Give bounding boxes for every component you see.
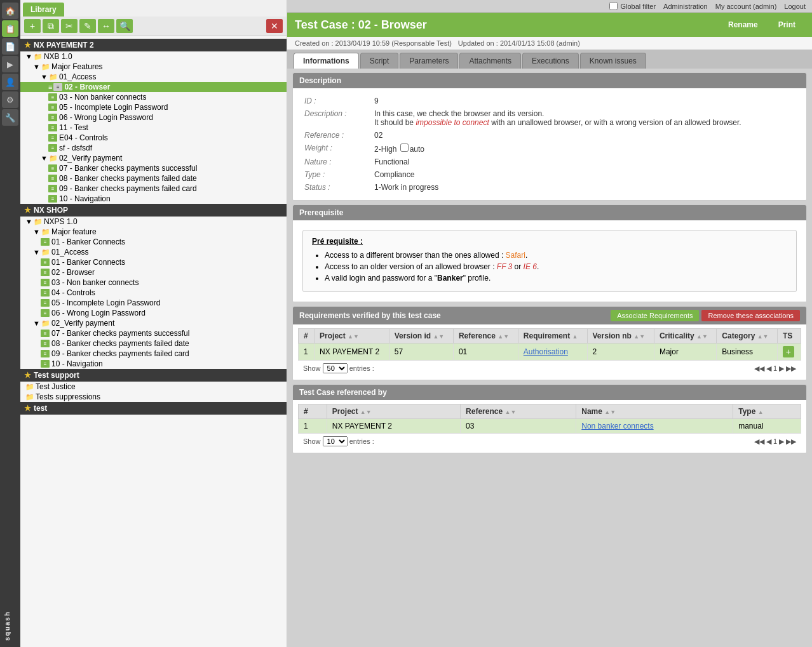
tree-item-08[interactable]: ≡ 08 - Banker checks payments failed dat… [20,173,287,183]
tree-item-major-features[interactable]: ▼ 📁 Major Features [20,62,287,72]
tree-item-07[interactable]: ≡ 07 - Banker checks payments successful [20,163,287,173]
auto-checkbox[interactable] [400,143,409,152]
section-label: NX PAYEMENT 2 [34,41,94,50]
section-header-nx-shop[interactable]: ★ NX SHOP [20,204,287,217]
tree-item-04-controls[interactable]: ≡ 04 - Controls [20,288,287,298]
tree-item-test-justice[interactable]: 📁 Test Justice [20,382,287,392]
administration-link[interactable]: Administration [663,3,708,10]
remove-associations-button[interactable]: Remove these associations [701,310,800,321]
tree-item-05-incomplete-s[interactable]: ≡ 05 - Incomplete Login Password [20,298,287,308]
sidebar-icon-campaigns[interactable]: ▶ [2,56,18,72]
tree-item-09-s[interactable]: ≡ 09 - Banker checks payments failed car… [20,349,287,359]
pager-next[interactable]: ▶ [779,364,784,373]
library-tab[interactable]: Library [23,3,64,17]
tree-item-06-wrong-s[interactable]: ≡ 06 - Wrong Login Password [20,308,287,318]
type-label: Type : [299,168,369,181]
print-button[interactable]: Print [769,18,804,32]
safari-link[interactable]: Safari [506,251,525,260]
sidebar-icon-testcases[interactable]: 📋 [2,20,18,37]
folder-icon: 📁 [41,63,50,71]
tab-script[interactable]: Script [360,53,399,69]
tab-informations[interactable]: Informations [294,53,359,69]
rename-button[interactable]: Rename [719,18,767,32]
non-banker-connects-link[interactable]: Non banker connects [581,422,653,430]
ref-pager-prev[interactable]: ◀ [766,437,771,446]
logout-link[interactable]: Logout [784,3,806,10]
sidebar-icon-user[interactable]: 👤 [2,74,18,90]
requirements-table: # Project ▲▼ Version id ▲▼ Reference ▲▼ … [298,328,801,361]
item-label: Test Justice [36,382,76,391]
tc-icon: ≡ [41,238,50,246]
copy-button[interactable]: ⧉ [43,19,59,33]
tree-item-nxb[interactable]: ▼ 📁 NXB 1.0 [20,51,287,62]
ref-entries-select[interactable]: 10 25 50 [323,436,348,446]
req-entries-select[interactable]: 50 25 10 [323,363,348,373]
edit-button[interactable]: ✎ [79,19,96,33]
ref-pager-next[interactable]: ▶ [779,437,784,446]
tab-attachments[interactable]: Attachments [459,53,521,69]
sidebar-icon-home[interactable]: 🏠 [2,3,18,19]
tree-item-e04[interactable]: ≡ E04 - Controls [20,133,287,143]
item-label: 09 - Banker checks payments failed card [59,184,197,193]
pager-prev[interactable]: ◀ [766,364,771,373]
ff3-link[interactable]: FF 3 [497,262,512,271]
tree-item-02-browser-s[interactable]: ≡ 02 - Browser [20,267,287,277]
tree-item-09[interactable]: ≡ 09 - Banker checks payments failed car… [20,183,287,194]
authorisation-link[interactable]: Authorisation [524,347,568,356]
prerequisite-title: Prerequisite [299,208,343,217]
tree-item-01-banker-c2[interactable]: ≡ 01 - Banker Connects [20,257,287,267]
tree-item-10[interactable]: ≡ 10 - Navigation [20,194,287,204]
global-filter-checkbox[interactable] [609,2,618,10]
description-value: In this case, we check the browser and i… [369,107,800,129]
tree-item-03-non-banker-s[interactable]: ≡ 03 - Non banker connects [20,277,287,288]
sidebar-icon-requirements[interactable]: 📄 [2,38,18,55]
description-table: ID : 9 Description : In this case, we ch… [299,95,800,194]
req-add-button[interactable]: + [783,346,794,357]
delete-button[interactable]: ✕ [266,19,283,33]
my-account-link[interactable]: My account (admin) [715,3,777,10]
tree-item-06-wrong[interactable]: ≡ 06 - Wrong Login Password [20,112,287,123]
ref-pager-last[interactable]: ▶▶ [786,437,796,446]
tab-executions[interactable]: Executions [522,53,579,69]
sidebar-icon-settings[interactable]: ⚙ [2,91,18,108]
global-filter-link[interactable]: Global filter [620,3,656,10]
tree-item-08-s[interactable]: ≡ 08 - Banker checks payments failed dat… [20,338,287,349]
section-header-nx-payement[interactable]: ★ NX PAYEMENT 2 [20,39,287,51]
section-label: Test support [34,371,79,380]
tree-item-02-verify-shop[interactable]: ▼ 📁 02_Verify payment [20,318,287,328]
section-header-test-support[interactable]: ★ Test support [20,369,287,382]
tree-item-major-feature-shop[interactable]: ▼ 📁 Major feature [20,227,287,237]
tree-item-01-access[interactable]: ▼ 📁 01_Access [20,72,287,82]
pager-first[interactable]: ◀◀ [754,364,764,373]
tree-item-tests-suppressions[interactable]: 📁 Tests suppressions [20,392,287,402]
tree-item-nxps[interactable]: ▼ 📁 NXPS 1.0 [20,217,287,227]
pager-last[interactable]: ▶▶ [786,364,796,373]
item-label: 04 - Controls [51,288,95,297]
sidebar-icon-gear2[interactable]: 🔧 [2,109,18,126]
cut-button[interactable]: ✂ [61,19,78,33]
associate-requirements-button[interactable]: Associate Requirements [611,310,699,321]
ie6-link[interactable]: IE 6 [524,262,537,271]
section-header-test[interactable]: ★ test [20,402,287,415]
tc-actions: Rename Print [719,18,804,32]
tree-item-03-non-banker[interactable]: ≡ 03 - Non banker connects [20,92,287,102]
ref-num: 1 [299,419,327,434]
top-bar: Global filter Administration My account … [287,0,812,13]
tree-item-02-verify[interactable]: ▼ 📁 02_Verify payment [20,153,287,163]
tree-item-11-test[interactable]: ≡ 11 - Test [20,123,287,133]
tree-item-10-s[interactable]: ≡ 10 - Navigation [20,359,287,369]
tree-item-05-incomplete[interactable]: ≡ 05 - Incomplete Login Password [20,102,287,112]
search-button[interactable]: 🔍 [116,19,133,33]
move-button[interactable]: ↔ [98,19,114,33]
ref-footer: Show 10 25 50 entries : ◀◀ ◀ 1 ▶ ▶▶ [298,434,801,449]
tree-item-sf[interactable]: ≡ sf - dsfsdf [20,143,287,153]
tree-item-07-s[interactable]: ≡ 07 - Banker checks payments successful [20,328,287,338]
tree-item-02-browser[interactable]: ≡ ≡ 02 - Browser [20,82,287,92]
ref-pager-first[interactable]: ◀◀ [754,437,764,446]
tab-parameters[interactable]: Parameters [400,53,458,69]
impossible-text: impossible to connect [416,118,489,127]
tree-item-01-banker-shop[interactable]: ≡ 01 - Banker Connects [20,237,287,247]
add-button[interactable]: + [24,19,41,33]
tree-item-01-access-shop[interactable]: ▼ 📁 01_Access [20,247,287,257]
tab-known-issues[interactable]: Known issues [580,53,646,69]
